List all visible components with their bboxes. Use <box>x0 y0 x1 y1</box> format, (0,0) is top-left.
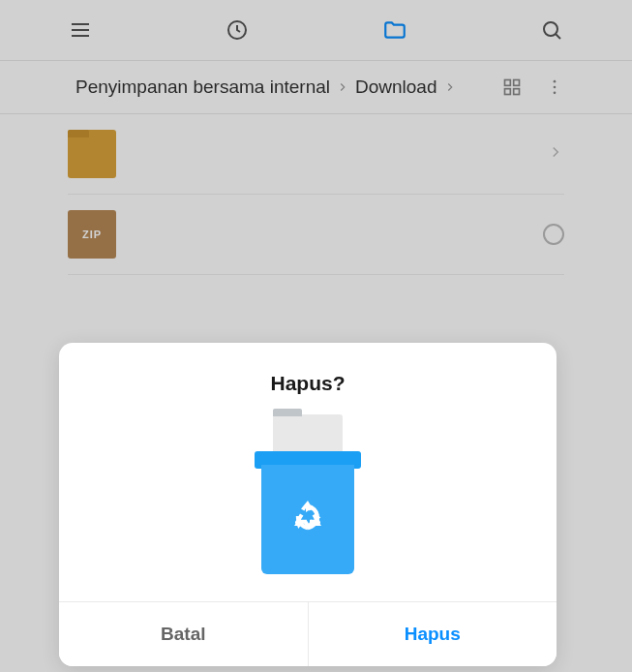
dialog-body: Hapus? <box>59 343 557 601</box>
delete-dialog: Hapus? <box>59 343 557 666</box>
cancel-button[interactable]: Batal <box>59 602 309 666</box>
trash-bin-graphic <box>261 465 354 574</box>
trash-illustration <box>255 414 361 574</box>
dialog-actions: Batal Hapus <box>59 601 557 666</box>
delete-button[interactable]: Hapus <box>309 602 557 666</box>
recycle-icon <box>285 495 331 545</box>
dialog-title: Hapus? <box>78 372 537 395</box>
